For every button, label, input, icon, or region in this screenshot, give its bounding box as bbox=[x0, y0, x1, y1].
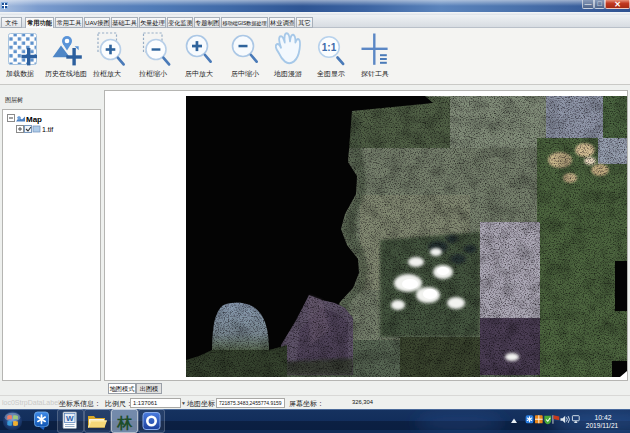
svg-text:1.tif: 1.tif bbox=[42, 126, 53, 133]
svg-text:林: 林 bbox=[116, 414, 133, 431]
svg-text:1:1: 1:1 bbox=[322, 42, 337, 53]
svg-text:2019/11/21: 2019/11/21 bbox=[586, 422, 619, 429]
svg-text:Map: Map bbox=[26, 115, 42, 124]
svg-text:10:42: 10:42 bbox=[594, 414, 611, 421]
svg-text:W: W bbox=[66, 414, 74, 423]
